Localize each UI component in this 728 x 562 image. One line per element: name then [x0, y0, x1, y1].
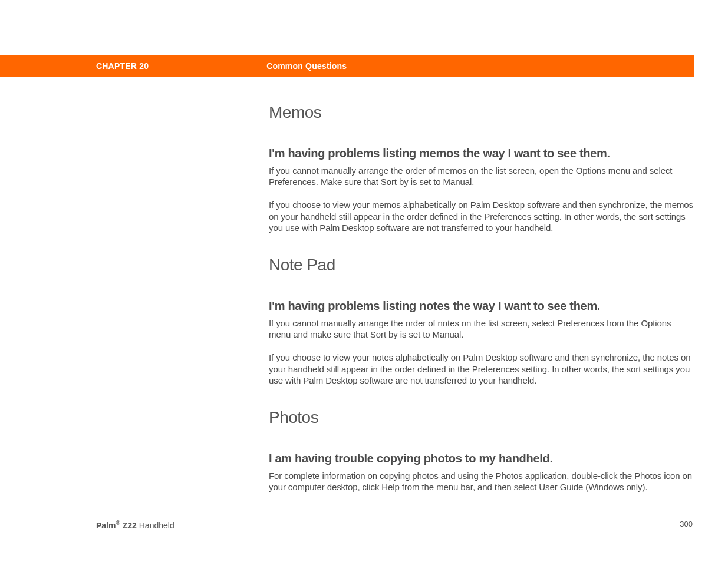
- question-heading: I am having trouble copying photos to my…: [269, 452, 693, 465]
- body-paragraph: If you cannot manually arrange the order…: [269, 318, 693, 340]
- body-paragraph: For complete information on copying phot…: [269, 470, 693, 492]
- main-content: Memos I'm having problems listing memos …: [269, 103, 693, 504]
- footer-model: Z22: [120, 521, 137, 530]
- footer-product-label: Palm® Z22 Handheld: [96, 520, 174, 530]
- body-paragraph: If you cannot manually arrange the order…: [269, 165, 693, 187]
- question-heading: I'm having problems listing memos the wa…: [269, 147, 693, 160]
- body-paragraph: If you choose to view your memos alphabe…: [269, 199, 693, 233]
- footer-divider: [96, 513, 693, 513]
- page-header-bar: CHAPTER 20 Common Questions: [0, 55, 694, 77]
- chapter-label: CHAPTER 20: [96, 61, 149, 71]
- section-heading-memos: Memos: [269, 103, 693, 122]
- footer-suffix: Handheld: [137, 521, 174, 530]
- footer-brand: Palm: [96, 521, 116, 530]
- section-heading-photos: Photos: [269, 408, 693, 427]
- question-heading: I'm having problems listing notes the wa…: [269, 299, 693, 313]
- body-paragraph: If you choose to view your notes alphabe…: [269, 352, 693, 386]
- registered-mark: ®: [116, 520, 120, 526]
- page-number: 300: [680, 520, 693, 528]
- section-heading-notepad: Note Pad: [269, 256, 693, 275]
- section-title: Common Questions: [266, 61, 347, 71]
